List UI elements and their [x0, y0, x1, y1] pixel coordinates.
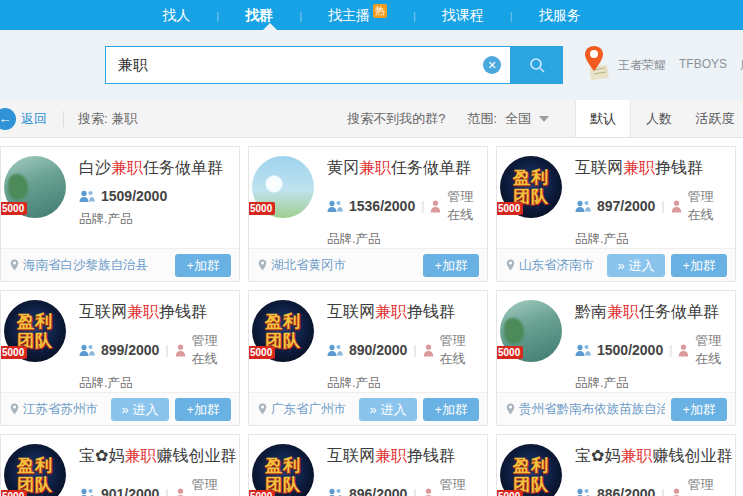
title-pre: 宝✿妈	[575, 447, 620, 464]
nav-tab-找服务[interactable]: 找服务	[513, 7, 607, 25]
nav-tab-找人[interactable]: 找人	[136, 7, 216, 25]
hot-badge: 热	[373, 4, 387, 18]
group-title[interactable]: 宝✿妈兼职赚钱创业群	[575, 446, 725, 467]
group-title[interactable]: 宝✿妈兼职赚钱创业群	[79, 446, 229, 467]
group-title[interactable]: 黄冈兼职任务做单群	[327, 158, 477, 179]
group-avatar[interactable]: 5000	[252, 156, 314, 218]
avatar-5000-badge: 5000	[248, 346, 275, 359]
group-tagline: 品牌.产品	[327, 231, 477, 248]
avatar-5000-badge: 5000	[496, 202, 523, 215]
nav-tab-label: 找人	[162, 7, 190, 25]
avatar-5000-badge: 5000	[0, 202, 27, 215]
search-input[interactable]	[105, 46, 511, 84]
title-post: 挣钱群	[655, 159, 703, 176]
join-group-button[interactable]: +加群	[423, 398, 479, 421]
group-title[interactable]: 互联网兼职挣钱群	[575, 158, 725, 179]
title-pre: 互联网	[79, 303, 127, 320]
members-icon	[327, 488, 343, 496]
member-count: 899/2000	[101, 342, 159, 358]
team-avatar-text: 盈利	[265, 456, 301, 475]
location-pin-icon[interactable]	[582, 44, 612, 82]
group-title[interactable]: 黔南兼职任务做单群	[575, 302, 725, 323]
title-post: 任务做单群	[391, 159, 471, 176]
join-group-button[interactable]: +加群	[671, 254, 727, 277]
nav-tab-label: 找课程	[442, 7, 484, 25]
join-group-button[interactable]: +加群	[175, 254, 231, 277]
meta-divider: |	[165, 343, 168, 357]
nav-tab-找主播[interactable]: 找主播 热	[302, 7, 413, 25]
title-pre: 互联网	[575, 159, 623, 176]
group-avatar[interactable]: 盈利团队 5000	[4, 444, 66, 496]
avatar-5000-badge: 5000	[0, 346, 27, 359]
sort-tab-默认[interactable]: 默认	[575, 100, 631, 137]
group-tagline: 品牌.产品	[79, 375, 229, 392]
members-icon	[79, 488, 95, 496]
active-tab-caret	[263, 23, 277, 30]
group-card: 5000 黄冈兼职任务做单群 1536/2000 |	[248, 146, 488, 282]
location-text: 江苏省苏州市	[23, 401, 98, 418]
card-body: 5000 黔南兼职任务做单群 1500/2000 |	[497, 291, 735, 392]
group-avatar[interactable]: 盈利团队 5000	[500, 156, 562, 218]
hot-word-link[interactable]: 王者荣耀	[618, 57, 666, 74]
card-info: 白沙兼职任务做单群 1509/2000 |	[79, 156, 229, 248]
sort-tabs: 默认人数活跃度	[575, 100, 743, 137]
card-body: 盈利团队 5000 宝✿妈兼职赚钱创业群 901/2000 |	[1, 435, 239, 496]
join-group-button[interactable]: +加群	[423, 254, 479, 277]
card-body: 5000 白沙兼职任务做单群 1509/2000 |	[1, 147, 239, 248]
sort-tab-人数[interactable]: 人数	[631, 100, 687, 137]
group-avatar[interactable]: 盈利团队 5000	[252, 444, 314, 496]
group-avatar[interactable]: 5000	[500, 300, 562, 362]
enter-group-button[interactable]: » 进入	[607, 254, 666, 277]
group-location: 湖北省黄冈市	[258, 257, 417, 274]
card-body: 盈利团队 5000 互联网兼职挣钱群 899/2000 |	[1, 291, 239, 392]
title-highlight: 兼职	[375, 447, 407, 464]
admin-online-label: 管理在线	[695, 332, 725, 368]
title-highlight: 兼职	[607, 303, 639, 320]
title-post: 挣钱群	[407, 303, 455, 320]
clear-icon[interactable]: ✕	[483, 56, 501, 74]
back-button[interactable]: ← 返回	[0, 108, 47, 130]
group-title[interactable]: 互联网兼职挣钱群	[327, 446, 477, 467]
group-title[interactable]: 互联网兼职挣钱群	[327, 302, 477, 323]
group-title[interactable]: 白沙兼职任务做单群	[79, 158, 229, 179]
group-avatar[interactable]: 盈利团队 5000	[252, 300, 314, 362]
members-icon	[575, 344, 591, 357]
avatar-5000-badge: 5000	[248, 202, 275, 215]
group-tagline: 品牌.产品	[575, 375, 725, 392]
hot-word-link[interactable]: TFBOYS	[679, 57, 727, 74]
meta-divider: |	[165, 487, 168, 496]
scope-dropdown[interactable]: 范围: 全国	[467, 110, 549, 128]
meta-row: 890/2000 | 管理在线	[327, 332, 477, 368]
group-avatar[interactable]: 盈利团队 5000	[4, 300, 66, 362]
group-title[interactable]: 互联网兼职挣钱群	[79, 302, 229, 323]
members-icon	[79, 344, 95, 357]
meta-row: 901/2000 | 管理在线	[79, 476, 229, 496]
group-location: 江苏省苏州市	[10, 401, 105, 418]
admin-icon	[423, 344, 434, 357]
join-group-button[interactable]: +加群	[175, 398, 231, 421]
card-info: 互联网兼职挣钱群 896/2000 |	[327, 444, 477, 496]
top-nav: 找人 | 找群 | 找主播 热 | 找课程 | 找服务	[0, 0, 743, 30]
join-group-button[interactable]: +加群	[671, 398, 727, 421]
group-avatar[interactable]: 5000	[4, 156, 66, 218]
nav-tab-找课程[interactable]: 找课程	[416, 7, 510, 25]
title-post: 任务做单群	[143, 159, 223, 176]
search-button[interactable]	[511, 46, 563, 84]
title-post: 赚钱创业群	[652, 447, 732, 464]
team-avatar-text: 盈利	[17, 312, 53, 331]
filter-bar: ← 返回 搜索: 兼职 搜索不到我的群? 范围: 全国 默认人数活跃度	[0, 100, 743, 138]
enter-group-button[interactable]: » 进入	[111, 398, 170, 421]
enter-group-button[interactable]: » 进入	[359, 398, 418, 421]
nav-tab-找群[interactable]: 找群	[219, 7, 299, 25]
meta-row: 886/2000 | 管理在线	[575, 476, 725, 496]
group-card: 5000 白沙兼职任务做单群 1509/2000 |	[0, 146, 240, 282]
nav-tabs: 找人 | 找群 | 找主播 热 | 找课程 | 找服务	[136, 6, 606, 25]
sort-tab-活跃度[interactable]: 活跃度	[687, 100, 743, 137]
member-count: 1536/2000	[349, 198, 415, 214]
search-query-label: 搜索: 兼职	[78, 110, 137, 128]
group-avatar[interactable]: 盈利团队 5000	[500, 444, 562, 496]
cant-find-group-link[interactable]: 搜索不到我的群?	[347, 110, 445, 128]
title-pre: 黔南	[575, 303, 607, 320]
group-tagline: 品牌.产品	[79, 211, 229, 228]
map-pin-icon	[506, 259, 515, 271]
